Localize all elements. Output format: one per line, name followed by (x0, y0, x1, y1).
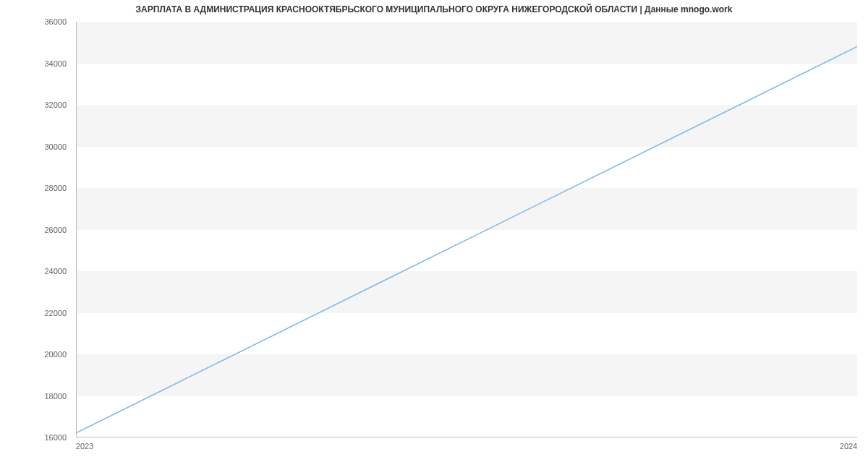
y-tick-label: 20000 (44, 350, 67, 359)
x-axis-ticks: 20232024 (76, 439, 857, 453)
line-series (77, 22, 857, 437)
x-tick-label: 2023 (76, 442, 93, 450)
y-tick-label: 36000 (44, 17, 67, 26)
plot-area (76, 22, 857, 437)
y-tick-label: 22000 (44, 309, 67, 317)
y-axis-ticks: 1600018000200002200024000260002800030000… (0, 22, 72, 437)
y-tick-label: 34000 (44, 59, 67, 68)
y-tick-label: 18000 (44, 392, 67, 401)
y-tick-label: 16000 (44, 433, 67, 442)
y-tick-label: 26000 (44, 226, 67, 234)
chart-title: ЗАРПЛАТА В АДМИНИСТРАЦИЯ КРАСНООКТЯБРЬСК… (0, 4, 868, 14)
salary-line (77, 46, 857, 432)
salary-line-chart: ЗАРПЛАТА В АДМИНИСТРАЦИЯ КРАСНООКТЯБРЬСК… (0, 0, 868, 470)
x-tick-label: 2024 (840, 442, 857, 450)
y-tick-label: 30000 (44, 142, 67, 151)
y-tick-label: 32000 (44, 101, 67, 109)
y-tick-label: 24000 (44, 267, 67, 275)
y-tick-label: 28000 (44, 184, 67, 192)
